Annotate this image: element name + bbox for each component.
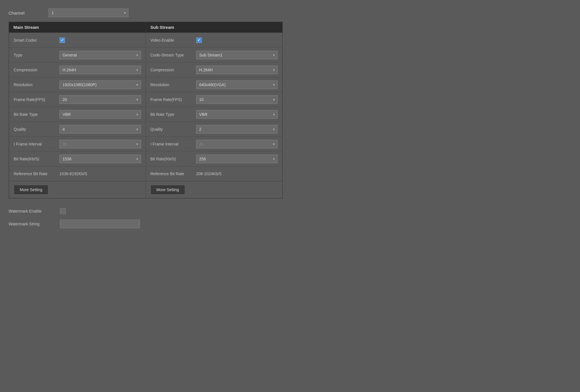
sub-refbitrate-value: 208-1024Kb/S [196,171,278,176]
main-resolution-select-wrap: 1920x1080(1080P) 1280x720(720P) 704x576(… [59,80,141,89]
sub-quality-value: 2 1 3 4 5 6 [196,125,278,134]
main-quality-label: Quality [14,127,59,132]
channel-select[interactable]: 1 2 3 4 [49,9,129,17]
main-framerate-value: 20 25 30 15 10 [59,95,141,104]
sub-bitratetype-label: Bit Rate Type [150,112,196,117]
smart-codec-checkbox[interactable]: ✓ [59,37,65,43]
main-resolution-label: Resolution [14,82,59,87]
main-framerate-select-wrap: 20 25 30 15 10 [59,95,141,104]
main-bitratetype-select[interactable]: VBR CBR [59,110,141,119]
main-bitratetype-value: VBR CBR [59,110,141,119]
code-stream-type-select[interactable]: Sub Stream1 Sub Stream2 [196,51,278,59]
main-refbitrate-text: 1536-8192Kb/S [59,171,87,176]
sub-stream-header: Sub Stream [146,22,283,33]
sub-quality-select[interactable]: 2 1 3 4 5 6 [196,125,278,134]
main-resolution-row: Resolution 1920x1080(1080P) 1280x720(720… [9,77,146,92]
sub-bitratetype-select-wrap: VBR CBR [196,110,278,119]
main-compression-select-wrap: H.264H H.264 H.265 MJPEG [59,66,141,74]
main-iframe-label: I Frame Interval [14,142,59,146]
main-framerate-select[interactable]: 20 25 30 15 10 [59,95,141,104]
main-resolution-select[interactable]: 1920x1080(1080P) 1280x720(720P) 704x576(… [59,80,141,89]
sub-bitratetype-value: VBR CBR [196,110,278,119]
watermark-enable-row: Watermark Enable ✓ [9,205,283,217]
sub-stream-column: Video Enable ✓ Code-Stream Type Sub Stre… [146,33,282,198]
sub-bitrate-value: 256 64 128 512 1024 [196,155,278,163]
main-framerate-row: Frame Rate(FPS) 20 25 30 15 10 [9,92,146,107]
main-bitrate-select[interactable]: 1536 512 1024 2048 4096 8192 [59,155,141,163]
sub-quality-row: Quality 2 1 3 4 5 6 [146,122,282,137]
sub-bitratetype-row: Bit Rate Type VBR CBR [146,107,282,122]
watermark-enable-label: Watermark Enable [9,209,54,213]
video-enable-value: ✓ [196,37,278,43]
main-compression-label: Compression [14,68,59,72]
main-bitrate-value: 1536 512 1024 2048 4096 8192 [59,155,141,163]
main-type-select[interactable]: General Smart [59,51,141,59]
video-enable-checkbox[interactable]: ✓ [196,37,202,43]
sub-compression-select[interactable]: H.264H H.264 H.265 MJPEG [196,66,278,74]
channel-select-wrapper: 1 2 3 4 [49,9,129,17]
smart-codec-value: ✓ [59,37,141,43]
main-bitrate-label: Bit Rate(Kb/S) [14,157,59,161]
main-compression-select[interactable]: H.264H H.264 H.265 MJPEG [59,66,141,74]
main-iframe-value: 2s 1s 3s 4s 5s [59,140,141,148]
code-stream-type-row: Code-Stream Type Sub Stream1 Sub Stream2 [146,48,282,62]
main-stream-column: Smart Codec ✓ Type General Sm [9,33,146,198]
sub-compression-select-wrap: H.264H H.264 H.265 MJPEG [196,66,278,74]
main-bitratetype-row: Bit Rate Type VBR CBR [9,107,146,122]
sub-bitrate-select[interactable]: 256 64 128 512 1024 [196,155,278,163]
sub-more-setting-button[interactable]: More Setting [150,185,185,195]
main-more-setting-button[interactable]: More Setting [14,185,48,195]
sub-framerate-select-wrap: 10 5 15 20 25 [196,95,278,104]
smart-codec-label: Smart Codec [14,38,59,43]
sub-iframe-select[interactable]: 2s 1s 3s 4s 5s [196,140,278,148]
sub-compression-row: Compression H.264H H.264 H.265 MJPEG [146,62,282,77]
watermark-section: Watermark Enable ✓ Watermark String [9,203,283,233]
main-quality-value: 4 1 2 3 5 6 [59,125,141,134]
sub-bitrate-label: Bit Rate(Kb/S) [150,157,196,161]
sub-framerate-label: Frame Rate(FPS) [150,97,196,102]
main-refbitrate-label: Reference Bit Rate [14,171,59,176]
main-quality-row: Quality 4 1 2 3 5 6 [9,122,146,137]
main-type-value: General Smart [59,51,141,59]
sub-refbitrate-row: Reference Bit Rate 208-1024Kb/S [146,166,282,181]
sub-resolution-select[interactable]: 640x480(VGA) 352x288(CIF) 320x240(QVGA) [196,80,278,89]
sub-resolution-select-wrap: 640x480(VGA) 352x288(CIF) 320x240(QVGA) [196,80,278,89]
main-type-label: Type [14,53,59,57]
main-resolution-value: 1920x1080(1080P) 1280x720(720P) 704x576(… [59,80,141,89]
main-bitrate-row: Bit Rate(Kb/S) 1536 512 1024 2048 4096 8… [9,151,146,166]
main-quality-select[interactable]: 4 1 2 3 5 6 [59,125,141,134]
sub-iframe-label: I Frame Interval [150,142,196,146]
sub-framerate-value: 10 5 15 20 25 [196,95,278,104]
main-stream-header: Main Stream [9,22,146,33]
channel-label: Channel [9,11,43,15]
sub-resolution-label: Resolution [150,82,196,87]
main-compression-row: Compression H.264H H.264 H.265 MJPEG [9,62,146,77]
sub-resolution-row: Resolution 640x480(VGA) 352x288(CIF) 320… [146,77,282,92]
watermark-string-input[interactable] [60,220,140,228]
smart-codec-checkmark: ✓ [61,38,64,42]
main-quality-select-wrap: 4 1 2 3 5 6 [59,125,141,134]
sub-compression-value: H.264H H.264 H.265 MJPEG [196,66,278,74]
sub-iframe-row: I Frame Interval 2s 1s 3s 4s 5s [146,137,282,151]
sub-button-row: More Setting [146,181,282,198]
main-iframe-select[interactable]: 2s 1s 3s 4s 5s [59,140,141,148]
main-iframe-select-wrap: 2s 1s 3s 4s 5s [59,140,141,148]
code-stream-type-label: Code-Stream Type [150,53,196,57]
sub-iframe-value: 2s 1s 3s 4s 5s [196,140,278,148]
main-bitratetype-select-wrap: VBR CBR [59,110,141,119]
main-compression-value: H.264H H.264 H.265 MJPEG [59,66,141,74]
sub-refbitrate-label: Reference Bit Rate [150,171,196,176]
sub-quality-select-wrap: 2 1 3 4 5 6 [196,125,278,134]
sub-bitrate-row: Bit Rate(Kb/S) 256 64 128 512 1024 [146,151,282,166]
video-enable-row: Video Enable ✓ [146,33,282,48]
main-refbitrate-value: 1536-8192Kb/S [59,171,141,176]
main-bitratetype-label: Bit Rate Type [14,112,59,117]
main-type-row: Type General Smart [9,48,146,62]
video-enable-checkmark: ✓ [197,38,200,42]
sub-bitratetype-select[interactable]: VBR CBR [196,110,278,119]
watermark-enable-checkbox[interactable]: ✓ [60,208,66,214]
sub-framerate-row: Frame Rate(FPS) 10 5 15 20 25 [146,92,282,107]
sub-framerate-select[interactable]: 10 5 15 20 25 [196,95,278,104]
watermark-string-label: Watermark String [9,222,54,226]
main-bitrate-select-wrap: 1536 512 1024 2048 4096 8192 [59,155,141,163]
